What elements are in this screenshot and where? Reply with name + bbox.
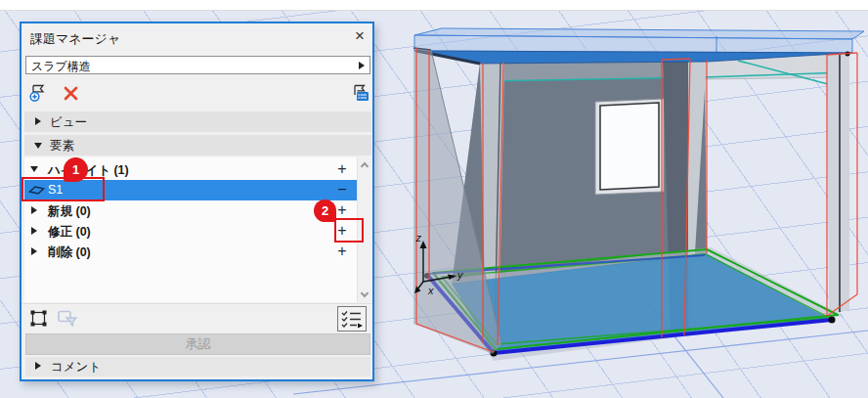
issue-manager-panel: 課題マネージャ × スラブ構造 [20,22,374,381]
element-tree: ハイライト (1) + S1 − 新規 (0) + 修正 (0) + [24,157,371,302]
top-strip [0,0,868,11]
marquee-icon [29,309,48,328]
issue-scheme-value: スラブ構造 [31,59,91,75]
tree-row-label: 削除 (0) [48,244,91,261]
chevron-down-icon [30,166,38,172]
remove-element-button[interactable]: − [335,181,349,199]
issue-list-options-button[interactable] [337,306,367,332]
close-icon[interactable]: × [355,26,365,46]
chevron-right-icon [31,227,37,235]
section-view[interactable]: ビュー [24,111,371,132]
chevron-right-icon [35,117,41,125]
axis-label-x: x [427,285,434,296]
filter-icon [57,309,78,328]
checklist-icon [338,307,366,331]
app-window: z y x 課題マネージャ × スラブ構造 [0,0,868,398]
issue-scheme-dropdown[interactable]: スラブ構造 [25,56,370,74]
section-view-label: ビュー [50,114,87,131]
tree-row-delete[interactable]: 削除 (0) + [24,242,357,262]
section-elements-label: 要素 [50,138,74,155]
chevron-right-icon [31,247,37,255]
approve-button[interactable]: 承認 [25,333,370,355]
add-highlight-button[interactable]: + [335,160,349,178]
panel-titlebar[interactable]: 課題マネージャ × [22,23,372,51]
chevron-down-icon [34,143,42,149]
scroll-down-icon[interactable] [361,289,369,297]
marquee-select-button[interactable] [29,309,48,332]
right-wall-column [827,54,849,314]
tree-row-highlight[interactable]: ハイライト (1) + [24,159,357,180]
chevron-right-icon [359,62,365,69]
new-issue-button[interactable] [28,83,48,107]
delete-issue-button[interactable] [63,85,79,106]
section-elements[interactable]: 要素 [24,135,371,155]
panel-title: 課題マネージャ [30,30,120,48]
tree-row-modify[interactable]: 修正 (0) + [24,221,357,242]
flag-plus-icon [28,83,48,103]
tree-row-label: S1 [48,183,63,197]
slab-element-icon [28,184,45,197]
delete-x-icon [63,85,79,102]
add-delete-button[interactable]: + [335,243,349,260]
tree-row-label: ハイライト (1) [48,162,129,179]
flag-list-icon [350,83,370,104]
ghost-slab-box [414,28,864,53]
filter-elements-button[interactable] [57,309,78,332]
chevron-right-icon [31,206,37,214]
tree-row-label: 修正 (0) [48,224,91,241]
chevron-right-icon [35,362,41,370]
tree-row-new[interactable]: 新規 (0) + [24,200,357,221]
bottom-toolbar [22,303,372,332]
section-comments[interactable]: コメント [25,357,370,376]
section-comments-label: コメント [51,359,101,376]
add-new-button[interactable]: + [335,201,349,219]
tree-row-s1[interactable]: S1 − [24,180,357,200]
issue-details-button[interactable] [350,83,370,108]
add-modify-button[interactable]: + [335,222,349,240]
tree-scrollbar[interactable] [357,157,371,302]
corner-handle [829,317,836,324]
scroll-up-icon[interactable] [361,162,369,170]
tree-row-label: 新規 (0) [48,203,91,220]
axis-label-z: z [415,232,422,243]
